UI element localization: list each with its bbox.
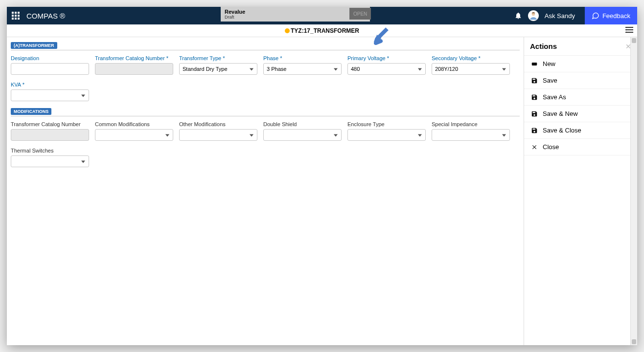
breadcrumb-bar: TYZ:17_TRANSFORMER <box>7 24 637 37</box>
top-bar: COMPAS ® Revalue Draft OPEN Ask Sandy Fe… <box>7 7 637 24</box>
action-save-close[interactable]: Save & Close <box>524 122 637 139</box>
action-save-new-label: Save & New <box>543 110 578 117</box>
kva-select[interactable] <box>11 89 89 101</box>
thermal-label: Thermal Switches <box>11 148 89 154</box>
double-shield-label: Double Shield <box>263 121 342 127</box>
enclosure-label: Enclosure Type <box>347 121 426 127</box>
action-new[interactable]: New <box>524 56 637 72</box>
primary-voltage-label: Primary Voltage * <box>347 55 426 61</box>
apps-menu-icon[interactable] <box>7 7 24 24</box>
type-select[interactable]: Standard Dry Type <box>179 63 257 75</box>
other-mods-label: Other Modifications <box>179 121 257 127</box>
action-save-close-label: Save & Close <box>543 127 581 134</box>
new-icon <box>531 61 538 67</box>
common-mods-select[interactable] <box>95 129 173 141</box>
vertical-scrollbar[interactable] <box>630 37 637 345</box>
breadcrumb-text: TYZ:17_TRANSFORMER <box>291 27 359 34</box>
close-icon <box>531 144 538 151</box>
enclosure-select[interactable] <box>347 129 426 141</box>
action-close[interactable]: Close <box>524 139 637 155</box>
revalue-status-box: Revalue Draft <box>221 7 370 22</box>
save-close-icon <box>531 127 538 134</box>
secondary-voltage-label: Secondary Voltage * <box>432 55 510 61</box>
mod-catalog-label: Transformer Catalog Number <box>11 121 89 127</box>
notification-bell-icon[interactable] <box>514 12 522 20</box>
section-transformer: (A)TRANSFORMER <box>11 42 57 49</box>
action-save[interactable]: Save <box>524 72 637 89</box>
action-save-as-label: Save As <box>543 93 566 101</box>
phase-label: Phase * <box>263 55 342 61</box>
action-save-as[interactable]: Save As <box>524 89 637 106</box>
svg-point-5 <box>626 29 627 30</box>
actions-panel: Actions ✕ New Save Save As Save & New <box>524 37 637 345</box>
action-close-label: Close <box>543 143 559 151</box>
action-save-new[interactable]: Save & New <box>524 106 637 122</box>
avatar[interactable] <box>528 10 539 21</box>
catalog-input[interactable] <box>95 63 173 75</box>
primary-voltage-select[interactable]: 480 <box>347 63 426 75</box>
kva-label: KVA * <box>11 82 89 88</box>
save-icon <box>531 77 538 84</box>
revalue-title: Revalue <box>225 9 337 15</box>
common-mods-label: Common Modifications <box>95 121 173 127</box>
save-as-icon <box>531 94 538 101</box>
impedance-label: Special Impedance <box>432 121 510 127</box>
feedback-button[interactable]: Feedback <box>585 7 637 24</box>
action-save-label: Save <box>543 77 557 84</box>
brand-title: COMPAS ® <box>26 12 65 20</box>
ask-sandy-link[interactable]: Ask Sandy <box>545 12 575 20</box>
secondary-voltage-select[interactable]: 208Y/120 <box>432 63 510 75</box>
thermal-select[interactable] <box>11 155 89 167</box>
list-toggle-icon[interactable] <box>625 27 633 34</box>
svg-rect-7 <box>532 63 537 66</box>
other-mods-select[interactable] <box>179 129 257 141</box>
type-label: Transformer Type * <box>179 55 257 61</box>
designation-input[interactable] <box>11 63 89 75</box>
form-area: (A)TRANSFORMER Designation Transformer C… <box>7 37 524 345</box>
open-button[interactable]: OPEN <box>349 8 371 20</box>
double-shield-select[interactable] <box>263 129 342 141</box>
section-divider <box>11 116 520 116</box>
actions-header: Actions <box>530 42 557 50</box>
feedback-label: Feedback <box>602 12 630 20</box>
section-modifications: MODIFICATIONS <box>11 108 51 115</box>
mod-catalog-input[interactable] <box>11 129 89 141</box>
status-dot-icon <box>285 28 290 33</box>
phase-select[interactable]: 3 Phase <box>263 63 342 75</box>
designation-label: Designation <box>11 55 89 61</box>
feedback-icon <box>592 12 599 20</box>
catalog-label: Transformer Catalog Number * <box>95 55 173 61</box>
section-divider <box>11 50 520 50</box>
impedance-select[interactable] <box>432 129 510 141</box>
action-new-label: New <box>543 60 555 67</box>
save-new-icon <box>531 110 538 117</box>
revalue-status: Draft <box>225 15 337 20</box>
